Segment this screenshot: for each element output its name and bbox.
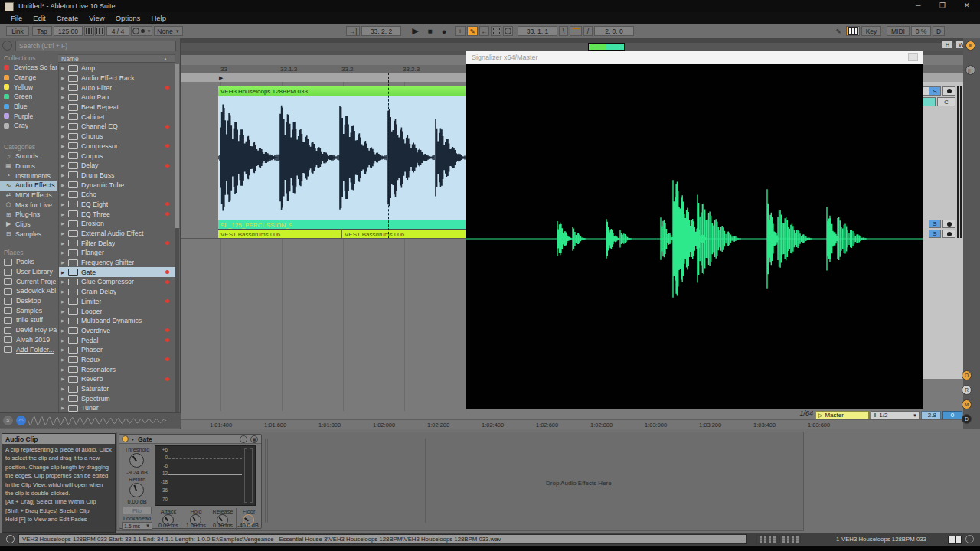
overview-view-box[interactable] bbox=[588, 43, 625, 51]
browser-name-header[interactable]: Name▲ bbox=[58, 54, 175, 63]
preview-toggle-icon[interactable]: ≈ bbox=[3, 416, 13, 425]
disclosure-triangle-icon[interactable]: ▶ bbox=[61, 134, 68, 139]
place-item[interactable]: Desktop bbox=[0, 296, 57, 306]
category-item[interactable]: ▦ Drums bbox=[0, 161, 57, 171]
back-to-arrangement-icon[interactable]: ← bbox=[479, 26, 489, 36]
place-item[interactable]: Sadowick Abl bbox=[0, 286, 57, 296]
device-row[interactable]: ▶ Redux bbox=[59, 355, 175, 365]
midi-keyboard-icon[interactable] bbox=[948, 536, 962, 544]
device-row[interactable]: ▶ EQ Three bbox=[59, 209, 175, 219]
crossfade-a-button[interactable] bbox=[923, 97, 936, 106]
collection-item[interactable]: Blue bbox=[0, 102, 57, 112]
loop-toggle-icon[interactable] bbox=[570, 26, 582, 36]
disclosure-triangle-icon[interactable]: ▶ bbox=[61, 115, 68, 119]
device-row[interactable]: ▶ Tuner bbox=[59, 403, 175, 413]
master-track-strip[interactable]: ▷ Master bbox=[815, 411, 869, 419]
category-item[interactable]: ⊟ Samples bbox=[0, 229, 57, 239]
disclosure-triangle-icon[interactable]: ▶ bbox=[61, 86, 68, 90]
device-row[interactable]: ▶ Echo bbox=[59, 190, 175, 200]
disclosure-triangle-icon[interactable]: ▶ bbox=[61, 299, 68, 304]
category-item[interactable]: ⇄ MIDI Effects bbox=[0, 191, 57, 201]
master-volume-value[interactable]: 0 bbox=[942, 411, 962, 419]
disclosure-triangle-icon[interactable]: ▶ bbox=[61, 173, 68, 178]
nudge-down-icon[interactable] bbox=[84, 26, 94, 36]
minimize-icon[interactable]: ─ bbox=[916, 2, 920, 9]
device-row[interactable]: ▶ Drum Buss bbox=[59, 171, 175, 181]
draw-automation-icon[interactable]: ✎ bbox=[832, 26, 844, 36]
device-row[interactable]: ▶ Grain Delay bbox=[59, 287, 175, 297]
collection-item[interactable]: Yellow bbox=[0, 82, 57, 92]
gate-graph[interactable]: +60-6-12-18-36-70 bbox=[155, 445, 256, 506]
save-preset-icon[interactable]: ▣ bbox=[250, 435, 258, 443]
loop-start-marker-icon[interactable]: ▶ bbox=[219, 75, 223, 81]
master-pan-value[interactable]: -2.8 bbox=[921, 411, 941, 419]
device-row[interactable]: ▶ Dynamic Tube bbox=[59, 180, 175, 190]
device-row[interactable]: ▶ Auto Filter bbox=[59, 83, 175, 93]
device-row[interactable]: ▶ Frequency Shifter bbox=[59, 258, 175, 268]
category-item[interactable]: ⬡ Max for Live bbox=[0, 200, 57, 210]
place-item[interactable]: Add Folder... bbox=[0, 344, 57, 354]
disclosure-triangle-icon[interactable]: ▶ bbox=[61, 144, 68, 148]
device-row[interactable]: ▶ Overdrive bbox=[59, 326, 175, 336]
disclosure-triangle-icon[interactable]: ▶ bbox=[61, 95, 68, 99]
disclosure-triangle-icon[interactable]: ▶ bbox=[61, 154, 68, 158]
category-item[interactable]: ⊞ Plug-Ins bbox=[0, 210, 57, 220]
collection-item[interactable]: Orange bbox=[0, 73, 57, 83]
category-item[interactable]: ♫ Sounds bbox=[0, 152, 57, 161]
device-row[interactable]: ▶ EQ Eight bbox=[59, 200, 175, 210]
scrollbar-thumb[interactable] bbox=[175, 64, 179, 228]
device-row[interactable]: ▶ Erosion bbox=[59, 219, 175, 229]
arrangement-position-field[interactable]: 33. 2. 2 bbox=[361, 26, 401, 36]
disclosure-triangle-icon[interactable]: ▶ bbox=[61, 212, 68, 217]
preview-headphone-icon[interactable]: ◠ bbox=[16, 416, 26, 425]
punch-in-icon[interactable]: \ bbox=[559, 26, 568, 36]
disclosure-triangle-icon[interactable]: ▶ bbox=[61, 279, 68, 284]
hold-value[interactable]: 1.00 ms bbox=[184, 522, 208, 529]
device-row[interactable]: ▶ Filter Delay bbox=[59, 238, 175, 248]
return-knob[interactable] bbox=[129, 483, 144, 497]
device-row[interactable]: ▶ Corpus bbox=[59, 151, 175, 161]
arm-button-track1[interactable] bbox=[942, 86, 956, 96]
disclosure-triangle-icon[interactable]: ▶ bbox=[61, 241, 68, 246]
place-item[interactable]: User Library bbox=[0, 267, 57, 277]
disk-overload-button[interactable]: D bbox=[933, 26, 945, 36]
disclosure-triangle-icon[interactable]: ▶ bbox=[61, 270, 68, 275]
stop-button[interactable]: ■ bbox=[424, 26, 436, 36]
gate-header[interactable]: ▼ Gate ◌ ▣ bbox=[119, 435, 261, 444]
hamburger-menu-icon[interactable]: ≡ bbox=[965, 41, 975, 51]
clip-bassdrums-a[interactable]: VES1 Bassdrums 006 bbox=[218, 229, 342, 238]
plugin-menu-button[interactable] bbox=[908, 53, 918, 61]
threshold-knob[interactable] bbox=[129, 453, 144, 468]
collection-item[interactable]: Devices So far bbox=[0, 63, 57, 73]
menu-create[interactable]: Create bbox=[57, 14, 79, 22]
mixer-section-toggle[interactable]: R bbox=[962, 385, 972, 395]
disclosure-triangle-icon[interactable]: ▶ bbox=[61, 328, 68, 333]
arm-button-track3[interactable] bbox=[942, 230, 956, 238]
draw-mode-icon[interactable]: ✎ bbox=[467, 26, 478, 36]
category-item[interactable]: ▶ Clips bbox=[0, 220, 57, 230]
collection-item[interactable]: Gray bbox=[0, 121, 57, 131]
return-value[interactable]: 0.00 dB bbox=[121, 498, 153, 505]
overdub-plus-icon[interactable]: + bbox=[455, 26, 466, 36]
release-value[interactable]: 0.10 ms bbox=[210, 522, 236, 529]
device-row[interactable]: ▶ Limiter bbox=[59, 297, 175, 307]
menu-edit[interactable]: Edit bbox=[33, 14, 45, 22]
loop-length-field[interactable]: 2. 0. 0 bbox=[594, 26, 634, 36]
menu-options[interactable]: Options bbox=[116, 14, 141, 22]
plugin-title-bar[interactable]: Signalizer x64/Master bbox=[466, 51, 923, 64]
master-grid-select[interactable]: ‖1/2▼ bbox=[871, 411, 920, 419]
disclosure-triangle-icon[interactable]: ▶ bbox=[61, 192, 68, 197]
key-map-button[interactable]: Key bbox=[861, 26, 881, 36]
menu-file[interactable]: File bbox=[11, 14, 22, 22]
computer-midi-keyboard-icon[interactable] bbox=[846, 26, 860, 36]
place-item[interactable]: Alvah 2019 bbox=[0, 335, 57, 345]
mixer-section-toggle[interactable]: M bbox=[962, 399, 972, 409]
arm-button-track2[interactable] bbox=[942, 220, 956, 228]
disclosure-triangle-icon[interactable]: ▶ bbox=[61, 309, 68, 314]
flip-button[interactable]: Flip bbox=[122, 507, 152, 514]
menu-view[interactable]: View bbox=[89, 14, 104, 22]
place-item[interactable]: Samples bbox=[0, 305, 57, 315]
category-item[interactable]: ◔ Instruments bbox=[0, 171, 57, 181]
device-row[interactable]: ▶ Reverb bbox=[59, 374, 175, 384]
lane-width-icon[interactable]: ||| bbox=[965, 65, 975, 75]
